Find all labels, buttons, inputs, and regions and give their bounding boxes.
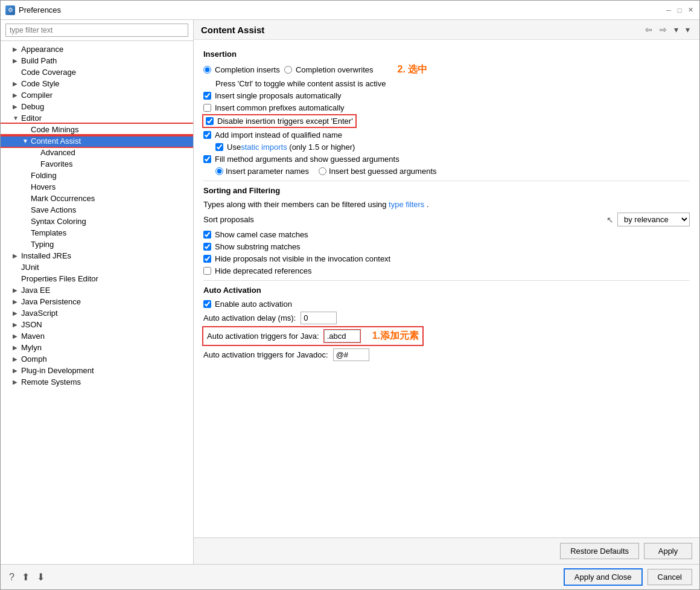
sidebar-item-editor[interactable]: ▼ Editor (1, 112, 193, 124)
sidebar-item-debug[interactable]: ▶ Debug (1, 101, 193, 112)
apply-and-close-button[interactable]: Apply and Close (564, 568, 643, 586)
sidebar-item-favorites[interactable]: Favorites (1, 158, 193, 170)
arrow-icon: ▶ (13, 344, 19, 351)
disable-insertion-label: Disable insertion triggers except 'Enter… (217, 117, 353, 126)
arrow-icon (22, 126, 28, 133)
completion-overwrites-radio[interactable] (284, 66, 292, 74)
sidebar-item-label: Appearance (21, 45, 63, 54)
sidebar-item-oomph[interactable]: ▶ Oomph (1, 353, 193, 365)
sidebar-item-installed-jres[interactable]: ▶ Installed JREs (1, 250, 193, 261)
back-button[interactable]: ⇦ (643, 24, 655, 36)
sidebar-item-hovers[interactable]: Hovers (1, 181, 193, 193)
arrow-icon (22, 195, 28, 202)
enable-auto-activation-checkbox[interactable] (203, 300, 211, 308)
add-import-checkbox[interactable] (203, 131, 211, 139)
insert-param-names-option: Insert parameter names (215, 167, 309, 176)
sidebar-item-label: Folding (31, 171, 57, 180)
sidebar-item-label: Code Coverage (21, 68, 76, 77)
sidebar-item-code-minings[interactable]: Code Minings (1, 124, 193, 135)
sidebar-item-java-ee[interactable]: ▶ Java EE (1, 284, 193, 296)
insert-best-guessed-label: Insert best guessed arguments (329, 167, 437, 176)
cursor-icon: ↖ (606, 215, 614, 225)
hide-deprecated-checkbox[interactable] (203, 267, 211, 275)
sidebar-item-code-style[interactable]: ▶ Code Style (1, 78, 193, 89)
arrow-icon: ▶ (13, 356, 19, 362)
sidebar-item-templates[interactable]: Templates (1, 227, 193, 239)
type-filters-link[interactable]: type filters (389, 200, 424, 209)
annotation-label-2: 2. 选中 (398, 63, 428, 76)
sidebar-item-javascript[interactable]: ▶ JavaScript (1, 307, 193, 319)
completion-inserts-radio[interactable] (203, 66, 211, 74)
insert-single-label: Insert single proposals automatically (215, 91, 342, 100)
delay-input[interactable] (301, 312, 337, 324)
auto-activation-section-title: Auto Activation (203, 286, 690, 295)
sidebar-item-save-actions[interactable]: Save Actions (1, 204, 193, 216)
hide-deprecated-label: Hide deprecated references (215, 266, 311, 275)
sidebar-item-properties-files-editor[interactable]: Properties Files Editor (1, 273, 193, 284)
sort-proposals-select[interactable]: by relevance alphabetically by category (617, 213, 690, 226)
sidebar-item-advanced[interactable]: Advanced (1, 147, 193, 158)
camel-case-checkbox[interactable] (203, 231, 211, 239)
java-triggers-input[interactable] (324, 330, 360, 342)
completion-overwrites-label: Completion overwrites (296, 65, 374, 74)
sidebar-item-maven[interactable]: ▶ Maven (1, 330, 193, 342)
help-button[interactable]: ? (8, 571, 16, 584)
import-button[interactable]: ⬇ (36, 570, 46, 584)
sidebar-item-junit[interactable]: JUnit (1, 261, 193, 273)
sidebar-item-syntax-coloring[interactable]: Syntax Coloring (1, 216, 193, 227)
substring-checkbox[interactable] (203, 243, 211, 251)
apply-button[interactable]: Apply (644, 543, 692, 559)
sidebar-item-json[interactable]: ▶ JSON (1, 319, 193, 330)
sidebar-item-label: Oomph (21, 354, 47, 364)
insert-param-names-radio[interactable] (215, 167, 223, 175)
sidebar-item-label: Hovers (31, 182, 56, 191)
expand-button[interactable]: ▾ (672, 24, 681, 36)
sidebar-item-label: Save Actions (31, 205, 76, 214)
arrow-icon (32, 161, 38, 167)
disable-insertion-checkbox[interactable] (206, 117, 214, 125)
arrow-icon: ▶ (13, 333, 19, 339)
javadoc-triggers-input[interactable] (333, 348, 369, 361)
arrow-icon: ▶ (13, 46, 19, 53)
sidebar-item-compiler[interactable]: ▶ Compiler (1, 89, 193, 101)
sidebar-item-code-coverage[interactable]: Code Coverage (1, 66, 193, 78)
sidebar-item-label: Java EE (21, 286, 50, 295)
insert-best-guessed-radio[interactable] (319, 167, 326, 175)
arrow-icon (22, 207, 28, 213)
sidebar-item-build-path[interactable]: ▶ Build Path (1, 55, 193, 66)
static-imports-link[interactable]: static imports (241, 143, 287, 152)
minimize-button[interactable]: ─ (664, 6, 673, 14)
toggle-hint-text: Press 'Ctrl' to toggle while content ass… (215, 79, 386, 88)
sidebar-item-mylyn[interactable]: ▶ Mylyn (1, 342, 193, 353)
hide-not-visible-row: Hide proposals not visible in the invoca… (203, 254, 690, 263)
completion-radio-row: Completion inserts Completion overwrites… (203, 63, 690, 76)
forward-button[interactable]: ⇨ (657, 24, 669, 36)
menu-button[interactable]: ▾ (683, 24, 692, 36)
use-static-checkbox[interactable] (215, 143, 223, 151)
bottom-bar: ? ⬆ ⬇ Apply and Close Cancel (1, 564, 699, 589)
sidebar-item-remote-systems[interactable]: ▶ Remote Systems (1, 376, 193, 388)
fill-method-checkbox[interactable] (203, 155, 211, 163)
cancel-button[interactable]: Cancel (648, 569, 692, 585)
sidebar-item-appearance[interactable]: ▶ Appearance (1, 43, 193, 55)
sidebar-item-mark-occurrences[interactable]: Mark Occurrences (1, 193, 193, 204)
sidebar-item-label: Mark Occurrences (31, 194, 95, 203)
sidebar-item-content-assist[interactable]: ▼ Content Assist (1, 135, 193, 147)
arrow-icon: ▼ (22, 138, 28, 144)
insert-single-checkbox[interactable] (203, 92, 211, 100)
hide-not-visible-checkbox[interactable] (203, 255, 211, 263)
enable-auto-activation-row: Enable auto activation (203, 300, 690, 309)
sidebar-item-plugin-development[interactable]: ▶ Plug-in Development (1, 365, 193, 376)
restore-defaults-button[interactable]: Restore Defaults (560, 543, 639, 559)
delay-label: Auto activation delay (ms): (203, 313, 296, 322)
close-button[interactable]: ✕ (686, 6, 695, 14)
sidebar-item-typing[interactable]: Typing (1, 239, 193, 250)
sidebar-item-java-persistence[interactable]: ▶ Java Persistence (1, 296, 193, 307)
maximize-button[interactable]: □ (675, 6, 684, 14)
sidebar-item-folding[interactable]: Folding (1, 170, 193, 181)
insert-common-checkbox[interactable] (203, 104, 211, 112)
search-input[interactable] (5, 24, 188, 37)
arrow-icon: ▶ (13, 103, 19, 110)
export-button[interactable]: ⬆ (21, 570, 31, 584)
arrow-icon (13, 69, 19, 75)
